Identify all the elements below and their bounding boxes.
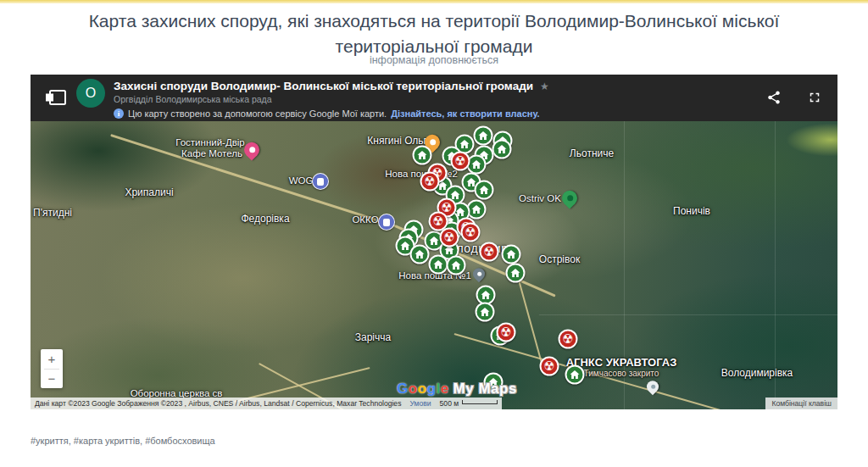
shelter-marker[interactable] — [429, 255, 448, 275]
ukravtogaz-pin[interactable] — [647, 381, 659, 392]
map-info-row: i Цю карту створено за допомогою сервісу… — [114, 108, 549, 119]
nova-poshta-pin[interactable] — [473, 268, 485, 280]
star-icon[interactable]: ★ — [540, 81, 549, 92]
page-subtitle: інформація доповнюється — [0, 54, 868, 66]
avatar[interactable]: O — [76, 79, 105, 108]
scale-bar — [462, 400, 498, 404]
side-panel-toggle-button[interactable] — [45, 89, 67, 107]
map-label: Тимчасово закрито — [584, 369, 659, 378]
map-label: Володимирівка — [721, 367, 793, 379]
scale-control[interactable]: 500 м — [436, 398, 503, 409]
map-label: Поничів — [673, 205, 710, 217]
shelter-marker[interactable] — [492, 140, 512, 159]
map-label: АГНКС УКРАВТОГАЗ — [566, 356, 677, 369]
hashtags-text: #укриття, #карта укриттів, #бомбосховища — [31, 436, 215, 446]
map-canvas[interactable]: Гостинний-ДвірКафе МотельКнягині ОльгиНо… — [31, 121, 837, 409]
fuel-station-wog-marker[interactable] — [312, 173, 329, 190]
map-label: Федорівка — [241, 213, 289, 225]
terms-link[interactable]: Умови — [405, 398, 435, 409]
info-text: Цю карту створено за допомогою сервісу G… — [128, 108, 387, 119]
page-top-accent-strip — [0, 0, 868, 3]
radiation-shelter-marker[interactable]: ☢ — [480, 242, 499, 262]
zoom-control: + − — [41, 349, 63, 388]
map-label: Льотниче — [570, 147, 614, 159]
grid-line — [539, 314, 837, 315]
header-actions — [766, 89, 822, 109]
embed-header-text: Захисні споруди Володимир- Волинської мі… — [114, 80, 549, 119]
map-label: WOG — [289, 175, 314, 186]
map-label: П'ятидні — [33, 207, 72, 219]
map-label: Кафе Мотель — [181, 148, 242, 158]
info-icon: i — [114, 108, 124, 119]
mymaps-logo-text: My Maps — [453, 381, 517, 398]
map-attribution: Дані карт ©2023 Google Зображення ©2023 … — [31, 398, 405, 409]
google-mymaps-watermark: Google My Maps — [397, 381, 517, 398]
map-title: Захисні споруди Володимир- Волинської мі… — [114, 80, 549, 92]
map-label: Хрипаличі — [125, 186, 173, 198]
radiation-shelter-marker[interactable]: ☢ — [451, 152, 470, 171]
map-label: Зарічча — [355, 331, 391, 343]
mymaps-embed: O Захисні споруди Володимир- Волинської … — [31, 75, 837, 409]
map-label: Ostriv OK — [519, 193, 561, 203]
google-logo: Google — [397, 381, 449, 398]
shelter-marker[interactable] — [447, 256, 466, 275]
fuel-station-okko-marker[interactable] — [378, 214, 395, 231]
page-title: Карта захисних споруд, які знаходяться н… — [53, 8, 815, 59]
hotel-pin[interactable] — [244, 142, 259, 158]
create-own-map-link[interactable]: Дізнайтесь, як створити власну. — [391, 108, 539, 119]
radiation-shelter-marker[interactable]: ☢ — [420, 172, 440, 192]
zoom-in-button[interactable]: + — [41, 349, 63, 369]
radiation-shelter-marker[interactable]: ☢ — [540, 357, 559, 376]
radiation-shelter-marker[interactable]: ☢ — [497, 323, 516, 342]
embed-header: O Захисні споруди Володимир- Волинської … — [31, 75, 837, 121]
keyboard-shortcuts-button[interactable]: Комбінації клавіш — [765, 398, 837, 409]
scale-label: 500 м — [440, 399, 459, 408]
map-label: Острівок — [539, 253, 580, 265]
map-owner: Оргвідділ Володимирська міська рада — [114, 94, 549, 104]
shelter-marker[interactable] — [506, 264, 526, 283]
attribution-bar: Дані карт ©2023 Google Зображення ©2023 … — [31, 398, 502, 409]
shelter-marker[interactable] — [502, 245, 521, 264]
shelter-marker[interactable] — [410, 245, 430, 264]
share-button[interactable] — [766, 89, 782, 109]
radiation-shelter-marker[interactable]: ☢ — [461, 223, 481, 242]
fullscreen-button[interactable] — [807, 89, 822, 109]
map-label: ОККО — [352, 214, 378, 225]
grid-line — [775, 121, 776, 409]
shelter-marker[interactable] — [475, 181, 494, 200]
shelter-marker[interactable] — [474, 126, 493, 146]
radiation-shelter-marker[interactable]: ☢ — [559, 330, 578, 349]
zoom-out-button[interactable]: − — [41, 370, 63, 389]
radiation-shelter-marker[interactable]: ☢ — [440, 228, 459, 247]
shelter-marker[interactable] — [476, 303, 495, 322]
shelter-marker[interactable] — [413, 146, 432, 165]
map-label: Гостинний-Двір — [175, 137, 245, 147]
ostriv-ok-pin[interactable] — [562, 191, 577, 206]
shelter-marker[interactable] — [565, 365, 585, 385]
